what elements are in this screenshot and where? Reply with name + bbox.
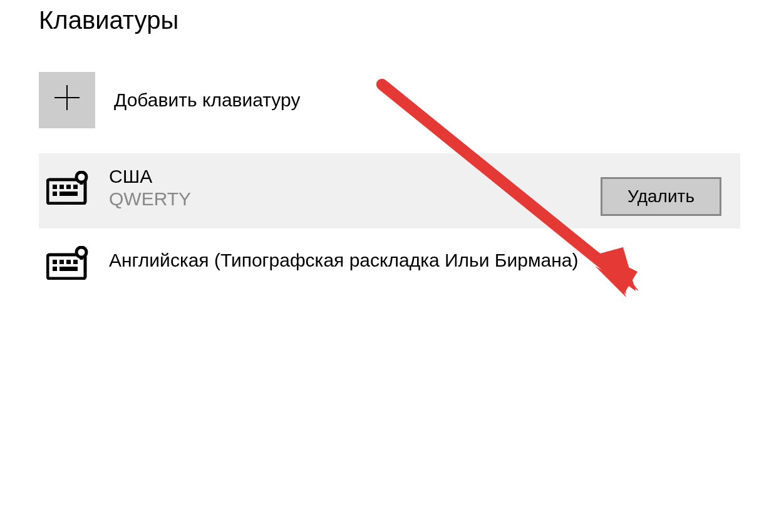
keyboard-item-english-birman[interactable]: Английская (Типографская раскладка Ильи …	[39, 241, 740, 280]
section-title: Клавиатуры	[39, 6, 740, 34]
svg-rect-17	[59, 267, 78, 271]
svg-rect-6	[73, 185, 78, 189]
svg-rect-14	[66, 260, 71, 264]
keyboard-icon	[46, 171, 90, 205]
svg-rect-7	[53, 192, 57, 196]
keyboard-item-usa[interactable]: США QWERTY Удалить	[39, 153, 740, 228]
delete-button[interactable]: Удалить	[601, 177, 721, 216]
keyboard-layout: QWERTY	[109, 188, 191, 210]
add-keyboard-button[interactable]: Добавить клавиатуру	[39, 72, 300, 128]
keyboard-name: США	[109, 166, 191, 187]
svg-point-18	[76, 247, 86, 257]
plus-icon-box	[39, 72, 95, 128]
svg-rect-8	[59, 192, 78, 196]
svg-rect-16	[53, 267, 57, 271]
add-keyboard-label: Добавить клавиатуру	[114, 90, 300, 111]
svg-rect-12	[53, 260, 57, 264]
svg-rect-5	[66, 185, 71, 189]
plus-icon	[53, 84, 81, 116]
svg-rect-3	[53, 185, 57, 189]
svg-rect-15	[73, 260, 78, 264]
keyboard-icon	[46, 246, 90, 280]
svg-rect-13	[59, 260, 64, 264]
keyboard-info: США QWERTY	[109, 166, 191, 210]
svg-point-9	[76, 172, 86, 182]
keyboard-info: Английская (Типографская раскладка Ильи …	[109, 250, 578, 271]
keyboard-name: Английская (Типографская раскладка Ильи …	[109, 250, 578, 271]
svg-rect-4	[59, 185, 64, 189]
